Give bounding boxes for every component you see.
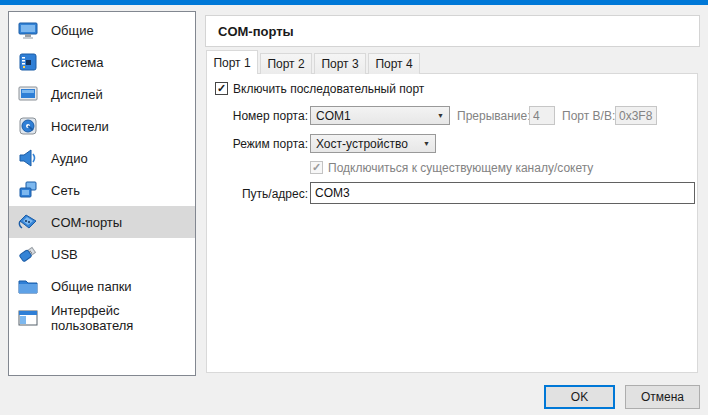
enable-serial-port-checkbox[interactable]: ✓ [215, 82, 228, 95]
sidebar-item-audio[interactable]: Аудио [9, 142, 195, 174]
usb-icon [16, 242, 40, 266]
network-icon [16, 178, 40, 202]
sidebar-item-label: COM-порты [51, 215, 122, 230]
tab-label: Порт 1 [213, 56, 250, 70]
connect-existing-pipe-label: Подключиться к существующему каналу/соке… [328, 161, 593, 175]
page-title: COM-порты [218, 24, 294, 39]
sidebar-item-label: Общие папки [51, 279, 132, 294]
sidebar-item-label: Дисплей [51, 87, 103, 102]
tab-port-3[interactable]: Порт 3 [314, 53, 366, 74]
sidebar-item-label: Интерфейс пользователя [51, 303, 195, 333]
tab-port-4[interactable]: Порт 4 [368, 53, 420, 74]
sidebar-item-system[interactable]: Система [9, 46, 195, 78]
cancel-button[interactable]: Отмена [625, 385, 700, 409]
tab-port-2[interactable]: Порт 2 [260, 53, 312, 74]
sidebar-item-label: Общие [51, 23, 94, 38]
settings-category-list: Общие Система Дисплей Носители Аудио Сет… [8, 11, 196, 376]
connect-existing-pipe-checkbox[interactable]: ✓ [310, 161, 323, 174]
user-interface-icon [16, 306, 40, 330]
ok-button-label: OK [571, 390, 588, 404]
sidebar-item-label: Сеть [51, 183, 80, 198]
tab-label: Порт 3 [321, 57, 358, 71]
sidebar-item-label: Носители [51, 119, 109, 134]
path-address-label: Путь/адрес: [208, 187, 308, 201]
io-port-field[interactable] [615, 106, 657, 125]
path-address-input[interactable] [310, 182, 695, 204]
tab-label: Порт 2 [267, 57, 304, 71]
page-title-box: COM-порты [205, 15, 700, 47]
storage-icon [16, 114, 40, 138]
port-mode-value: Хост-устройство [316, 137, 419, 151]
ok-button[interactable]: OK [544, 385, 615, 409]
check-icon: ✓ [217, 83, 226, 94]
irq-label: Прерывание: [457, 109, 531, 123]
port-number-value: COM1 [316, 109, 433, 123]
sidebar-item-label: Аудио [51, 151, 88, 166]
port-mode-combobox[interactable]: Хост-устройство ▼ [310, 134, 436, 153]
system-icon [16, 50, 40, 74]
serial-ports-icon [16, 210, 40, 234]
sidebar-item-label: USB [51, 247, 78, 262]
tab-port-1[interactable]: Порт 1 [206, 50, 258, 74]
chevron-down-icon: ▼ [423, 140, 430, 147]
sidebar-item-storage[interactable]: Носители [9, 110, 195, 142]
enable-serial-port-label: Включить последовательный порт [233, 82, 424, 96]
tab-label: Порт 4 [375, 57, 412, 71]
sidebar-item-shared-folders[interactable]: Общие папки [9, 270, 195, 302]
cancel-button-label: Отмена [641, 390, 684, 404]
irq-field[interactable] [529, 106, 555, 125]
sidebar-item-serial-ports[interactable]: COM-порты [9, 206, 195, 238]
sidebar-item-usb[interactable]: USB [9, 238, 195, 270]
check-icon: ✓ [312, 162, 321, 173]
chevron-down-icon: ▼ [437, 112, 444, 119]
sidebar-item-user-interface[interactable]: Интерфейс пользователя [9, 302, 195, 334]
display-icon [16, 82, 40, 106]
general-icon [16, 18, 40, 42]
port-mode-label: Режим порта: [208, 137, 308, 151]
port-tabs: Порт 1 Порт 2 Порт 3 Порт 4 [206, 50, 422, 74]
shared-folders-icon [16, 274, 40, 298]
port-number-combobox[interactable]: COM1 ▼ [310, 106, 450, 125]
sidebar-item-display[interactable]: Дисплей [9, 78, 195, 110]
sidebar-item-label: Система [51, 55, 103, 70]
window-titlebar-edge [0, 0, 708, 5]
port-number-label: Номер порта: [208, 109, 308, 123]
sidebar-item-general[interactable]: Общие [9, 14, 195, 46]
audio-icon [16, 146, 40, 170]
io-port-label: Порт B/B: [562, 109, 615, 123]
sidebar-item-network[interactable]: Сеть [9, 174, 195, 206]
